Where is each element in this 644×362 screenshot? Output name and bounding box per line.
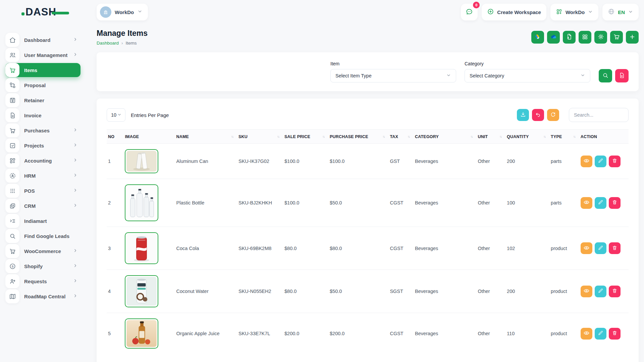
- column-header-tax[interactable]: TAX↑↓: [388, 130, 414, 144]
- page-header: Manage Items Dashboard › Items: [97, 29, 639, 46]
- column-header-sale-price[interactable]: SALE PRICE↑↓: [283, 130, 328, 144]
- column-header-unit[interactable]: UNIT↑↓: [476, 130, 505, 144]
- workspace-menu-button[interactable]: WorkDo: [550, 4, 598, 20]
- cell-purchase-price: $50.0: [328, 270, 388, 313]
- edit-item-button[interactable]: [595, 328, 606, 340]
- sort-icon[interactable]: ↑↓: [573, 135, 578, 138]
- item-image-aluminum-can[interactable]: [125, 149, 158, 173]
- sidebar-item-accounting[interactable]: Accounting: [5, 154, 80, 168]
- sort-icon[interactable]: ↑↓: [382, 135, 387, 138]
- delete-item-button[interactable]: [609, 328, 621, 340]
- breadcrumb-dashboard-link[interactable]: Dashboard: [97, 41, 119, 46]
- sort-icon[interactable]: ↑↓: [470, 135, 475, 138]
- item-image-apple-juice[interactable]: [125, 318, 158, 349]
- sort-icon[interactable]: ↑↓: [322, 135, 327, 138]
- view-item-button[interactable]: [581, 242, 592, 254]
- view-item-button[interactable]: [581, 286, 592, 297]
- sidebar-item-find-google-leads[interactable]: Find Google Leads: [5, 229, 80, 243]
- grid-four-icon: [582, 34, 588, 41]
- onedrive-button[interactable]: [547, 31, 560, 44]
- item-image-coconut-water[interactable]: [125, 275, 158, 307]
- sidebar-item-label: WooCommerce: [24, 248, 61, 254]
- language-selector[interactable]: EN: [602, 4, 639, 20]
- cell-unit: Other: [476, 313, 505, 354]
- sort-icon[interactable]: ↑↓: [408, 135, 412, 138]
- import-file-button[interactable]: [563, 31, 576, 44]
- cell-quantity: 100: [505, 179, 549, 227]
- column-header-name[interactable]: NAME↑↓: [175, 130, 237, 144]
- column-header-sku[interactable]: SKU↑↓: [237, 130, 283, 144]
- refresh-button[interactable]: [547, 109, 559, 121]
- edit-item-button[interactable]: [595, 286, 606, 297]
- sidebar-item-requests[interactable]: Requests: [5, 274, 80, 288]
- table-row: 1 Aluminum Can SKU-IK37G02 $100.0 $100.0…: [107, 144, 629, 179]
- create-workspace-button[interactable]: Create Workspace: [482, 4, 546, 20]
- chevron-right-icon: [73, 173, 78, 179]
- delete-item-button[interactable]: [609, 197, 621, 209]
- sidebar-item-items[interactable]: Items: [5, 63, 80, 77]
- google-drive-button[interactable]: [531, 31, 544, 44]
- reset-filter-button[interactable]: [615, 69, 629, 82]
- view-item-button[interactable]: [581, 197, 592, 209]
- sidebar-item-user-management[interactable]: User Management: [5, 48, 80, 62]
- sidebar-item-retainer[interactable]: Retainer: [5, 93, 80, 107]
- column-header-purchase-price[interactable]: PURCHASE PRICE↑↓: [328, 130, 388, 144]
- cell-name: Organic Apple Juice: [175, 313, 237, 354]
- cell-category: Beverages: [414, 313, 476, 354]
- sort-icon[interactable]: ↑↓: [499, 135, 504, 138]
- cell-tax: CGST: [388, 227, 414, 270]
- sidebar-item-pos[interactable]: POS: [5, 184, 80, 198]
- sidebar-item-label: Find Google Leads: [24, 233, 69, 239]
- category-select[interactable]: Select Category: [465, 69, 590, 82]
- delete-item-button[interactable]: [609, 242, 621, 254]
- item-image-coca-cola[interactable]: [125, 232, 158, 264]
- undo-button[interactable]: [532, 109, 544, 121]
- column-header-quantity[interactable]: QUANTITY↑↓: [505, 130, 549, 144]
- sidebar-item-roadmap-central[interactable]: RoadMap Central: [5, 289, 80, 303]
- workspace-selector[interactable]: WorkDo: [97, 4, 148, 20]
- google-drive-icon: [534, 33, 541, 42]
- view-item-button[interactable]: [581, 328, 592, 340]
- add-item-button[interactable]: [626, 31, 639, 44]
- column-header-category[interactable]: CATEGORY↑↓: [414, 130, 476, 144]
- item-type-select[interactable]: Select Item Type: [330, 69, 456, 82]
- settings-button[interactable]: [594, 31, 607, 44]
- sidebar-item-woocommerce[interactable]: WooCommerce: [5, 244, 80, 258]
- sort-icon[interactable]: ↑↓: [543, 135, 548, 138]
- entries-per-page-value: 10: [111, 112, 116, 118]
- apply-filter-button[interactable]: [599, 69, 612, 82]
- sidebar-item-label: Indiamart: [24, 218, 47, 224]
- table-search-input[interactable]: [569, 108, 629, 122]
- sidebar-item-purchases[interactable]: Purchases: [5, 123, 80, 137]
- grid-view-button[interactable]: [579, 31, 591, 44]
- sidebar-item-hrm[interactable]: HRM: [5, 169, 80, 183]
- sidebar-item-shopify[interactable]: Shopify: [5, 259, 80, 273]
- dash-logo[interactable]: DASH: [21, 6, 69, 18]
- category-selected-value: Select Category: [470, 73, 504, 78]
- sidebar-item-invoice[interactable]: Invoice: [5, 108, 80, 122]
- sort-icon[interactable]: ↑↓: [277, 135, 282, 138]
- sidebar-item-indiamart[interactable]: Indiamart: [5, 214, 80, 228]
- delete-item-button[interactable]: [609, 156, 621, 167]
- breadcrumb-separator: ›: [121, 41, 123, 46]
- view-item-button[interactable]: [581, 156, 592, 167]
- cart-icon: [5, 123, 19, 137]
- item-image-plastic-bottle[interactable]: [125, 184, 158, 221]
- sidebar-item-projects[interactable]: Projects: [5, 138, 80, 153]
- entries-per-page-select[interactable]: 10: [107, 108, 125, 122]
- chevron-right-icon: [73, 293, 78, 300]
- delete-item-button[interactable]: [609, 286, 621, 297]
- sidebar-item-crm[interactable]: CRM: [5, 199, 80, 213]
- cell-purchase-price: $100.0: [328, 144, 388, 179]
- sidebar-item-proposal[interactable]: Proposal: [5, 78, 80, 92]
- cell-no: 5: [107, 313, 123, 354]
- edit-item-button[interactable]: [595, 156, 606, 167]
- messages-button[interactable]: 0: [461, 4, 478, 20]
- cart-button[interactable]: [610, 31, 623, 44]
- edit-item-button[interactable]: [595, 197, 606, 209]
- column-header-type[interactable]: TYPE↑↓: [549, 130, 579, 144]
- sort-icon[interactable]: ↑↓: [231, 135, 236, 138]
- export-button[interactable]: [517, 109, 529, 121]
- edit-item-button[interactable]: [595, 242, 606, 254]
- sidebar-item-dashboard[interactable]: Dashboard: [5, 33, 80, 47]
